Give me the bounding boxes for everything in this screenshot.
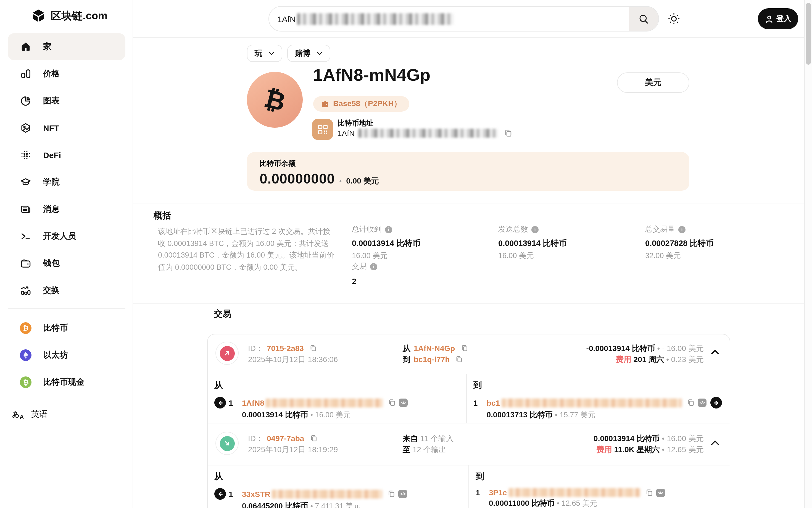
home-icon (20, 41, 32, 52)
transaction-row[interactable]: ID： 7015-2a83 2025年10月12日 18:36:06 从 1Af… (208, 334, 730, 374)
prev-output-arrow-icon[interactable] (214, 397, 226, 409)
sidebar-item-wallet[interactable]: 钱包 (8, 250, 126, 277)
stat-label: 总计收到 (352, 224, 382, 235)
stat-label: 发送总数 (498, 224, 528, 235)
tx-inputs-column: 从 1 33xSTR </> 0.06445200 比特币 • 7,411.31… (208, 465, 469, 508)
tx-detail-panel: 从 1 33xSTR </> 0.06445200 比特币 • 7,411.31… (208, 465, 730, 508)
copy-input-address-icon[interactable] (387, 490, 396, 498)
stat-total-volume: 总交易量i 0.00027828 比特币 32.00 美元 (645, 224, 714, 261)
copy-from-icon[interactable] (461, 344, 468, 352)
copy-input-address-icon[interactable] (388, 398, 396, 407)
sidebar-item-developers[interactable]: 开发人员 (8, 223, 126, 250)
language-selector[interactable]: あA 英语 (8, 409, 126, 420)
input-address-link[interactable]: 1AfN8 (242, 398, 264, 407)
currency-toggle-button[interactable]: 美元 (617, 73, 689, 93)
tx-id-link[interactable]: 0497-7aba (267, 433, 304, 444)
output-amount: 0.00013713 比特币 • 15.77 美元 (473, 410, 722, 420)
tx-inputs-label: 来自 (403, 434, 418, 443)
swap-chart-icon (20, 285, 32, 296)
theme-toggle-button[interactable] (667, 12, 681, 26)
chevron-down-icon (269, 51, 275, 55)
sidebar-item-defi[interactable]: DeFi (8, 141, 126, 169)
script-icon[interactable]: </> (399, 398, 408, 407)
copy-tx-id-icon[interactable] (309, 344, 317, 352)
copy-tx-id-icon[interactable] (309, 434, 317, 442)
copy-output-address-icon[interactable] (645, 489, 653, 497)
language-label: 英语 (31, 409, 48, 420)
sidebar-item-prices[interactable]: 价格 (8, 60, 126, 87)
balance-usd-value: 0.00 美元 (346, 176, 379, 186)
person-icon (765, 15, 773, 23)
pie-chart-icon (20, 95, 32, 107)
sidebar-item-exchange[interactable]: 交换 (8, 277, 126, 304)
stat-usd: 32.00 美元 (645, 251, 714, 261)
transactions-section: 交易 ID： 7015-2a83 2025年10月12日 18:36:06 (133, 304, 804, 507)
collapse-tx-button[interactable] (711, 349, 719, 355)
info-icon[interactable]: i (531, 226, 538, 233)
prev-output-arrow-icon[interactable] (214, 488, 226, 500)
output-row: 1 3P1c </> (476, 488, 722, 497)
gambling-dropdown[interactable]: 赌博 (287, 45, 330, 62)
copy-output-address-icon[interactable] (686, 398, 695, 407)
summary-section: 概括 该地址在比特币区块链上已进行过 2 次交易。共计接收 0.00013914… (133, 203, 804, 303)
sidebar-item-bitcoin-cash[interactable]: ₿ 比特币现金 (8, 369, 126, 396)
script-icon[interactable]: </> (698, 398, 707, 407)
collapse-tx-button[interactable] (711, 440, 719, 446)
copy-to-icon[interactable] (456, 355, 463, 363)
input-index: 1 (229, 490, 242, 498)
sidebar-item-label: 消息 (43, 204, 60, 214)
search-input[interactable]: 1AfN (269, 6, 659, 32)
tx-fee: 11.0K 星期六 (614, 445, 660, 454)
script-icon[interactable]: </> (656, 489, 665, 497)
balance-separator: • (339, 177, 342, 185)
next-output-arrow-icon[interactable] (710, 397, 722, 409)
info-icon[interactable]: i (370, 263, 377, 270)
output-address-link[interactable]: 3P1c (489, 488, 507, 497)
bar-chart-icon (20, 68, 32, 80)
input-address-link[interactable]: 33xSTR (242, 490, 271, 498)
play-dropdown[interactable]: 玩 (247, 45, 282, 62)
sidebar-item-label: 价格 (43, 69, 60, 79)
tx-fee: 201 周六 (633, 355, 664, 364)
sidebar-item-label: 比特币 (43, 323, 68, 333)
bitcoin-symbol: ₿ (261, 83, 289, 117)
script-icon[interactable]: </> (398, 490, 408, 498)
stat-usd: 16.00 美元 (352, 251, 420, 261)
stat-total-received: 总计收到i 0.00013914 比特币 16.00 美元 (352, 224, 420, 261)
transactions-card: ID： 7015-2a83 2025年10月12日 18:36:06 从 1Af… (207, 334, 730, 508)
sidebar-item-home[interactable]: 家 (8, 33, 126, 60)
login-button[interactable]: 登入 (758, 8, 798, 29)
output-address-link[interactable]: bc1 (487, 398, 500, 407)
info-icon[interactable]: i (678, 226, 685, 233)
sidebar-item-ethereum[interactable]: 以太坊 (8, 342, 126, 369)
sidebar-item-nft[interactable]: NFT (8, 115, 126, 141)
newspaper-icon (20, 203, 32, 215)
search-button[interactable] (629, 7, 659, 31)
ethereum-coin-icon (20, 349, 32, 361)
info-icon[interactable]: i (385, 226, 392, 233)
tx-amount-block: 0.00013914 比特币 • 16.00 美元 费用 11.0K 星期六 •… (593, 433, 704, 455)
bitcoin-cash-coin-icon: ₿ (20, 376, 32, 388)
tx-amount-block: -0.00013914 比特币 • - 16.00 美元 费用 201 周六 •… (586, 343, 704, 365)
sidebar-item-charts[interactable]: 图表 (8, 87, 126, 115)
tx-from-link[interactable]: 1AfN-N4Gp (414, 343, 455, 354)
tx-to-link[interactable]: bc1q-l77h (414, 354, 450, 365)
page-scrollbar[interactable] (804, 0, 812, 508)
stat-label: 总交易量 (645, 224, 675, 235)
qr-code-button[interactable] (312, 119, 333, 140)
copy-address-icon[interactable] (504, 129, 513, 138)
scrollbar-thumb[interactable] (806, 3, 811, 65)
input-amount: 0.06445200 比特币 • 7,411.31 美元 (214, 501, 461, 508)
brand-logo[interactable]: 区块链.com (31, 8, 108, 23)
sidebar-item-bitcoin[interactable]: ₿ 比特币 (8, 314, 126, 342)
outputs-title: 到 (476, 470, 722, 482)
transaction-row[interactable]: ID： 0497-7aba 2025年10月12日 18:19:29 来自 11… (208, 423, 730, 465)
input-address-redacted (266, 398, 383, 407)
tx-from-label: 从 (403, 343, 411, 354)
tx-id-link[interactable]: 7015-2a83 (267, 343, 304, 354)
sidebar-item-label: 学院 (43, 177, 60, 187)
sidebar-item-news[interactable]: 消息 (8, 196, 126, 223)
login-label: 登入 (776, 14, 791, 24)
balance-btc-value: 0.00000000 (259, 171, 335, 187)
sidebar-item-academy[interactable]: 学院 (8, 169, 126, 196)
